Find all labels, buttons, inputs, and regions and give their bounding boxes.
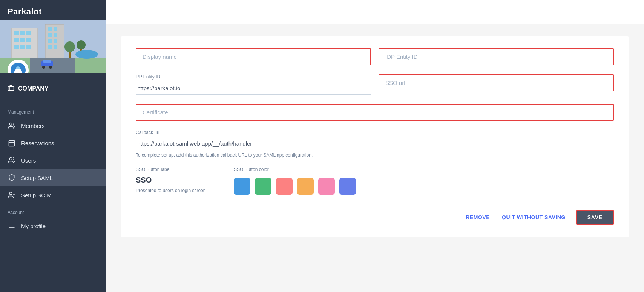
sso-button-label-title: SSO Button label	[136, 167, 211, 172]
sidebar-item-members[interactable]: Members	[0, 117, 106, 134]
svg-rect-4	[14, 31, 19, 35]
callback-hint: To complete set up, add this authorizati…	[136, 152, 614, 158]
color-swatch-blue[interactable]	[234, 178, 250, 195]
svg-rect-5	[20, 31, 25, 35]
svg-rect-12	[26, 45, 31, 49]
sidebar-item-setup-scim[interactable]: Setup SCIM	[0, 186, 106, 204]
sidebar-item-reservations[interactable]: Reservations	[0, 134, 106, 152]
form-card: RP Entity ID https://parkalot.io Callbac…	[121, 36, 629, 237]
sso-url-field	[379, 74, 614, 95]
save-button[interactable]: SAVE	[576, 210, 614, 225]
management-section-label: Management	[0, 103, 106, 117]
sidebar-item-my-profile-label: My profile	[21, 223, 46, 229]
svg-rect-37	[8, 86, 14, 91]
certificate-row	[136, 104, 614, 121]
callback-section: Callback url https://parkalot-saml.web.a…	[136, 130, 614, 158]
sso-label-section: SSO Button label SSO Presented to users …	[136, 167, 211, 193]
certificate-input[interactable]	[136, 104, 614, 121]
svg-rect-8	[20, 38, 25, 42]
sso-section: SSO Button label SSO Presented to users …	[136, 167, 614, 195]
sidebar-item-setup-saml-label: Setup SAML	[21, 175, 53, 181]
callback-url-label: Callback url	[136, 130, 614, 135]
company-sub: -	[17, 94, 98, 99]
svg-point-22	[64, 41, 75, 52]
svg-rect-39	[9, 140, 15, 146]
svg-point-38	[9, 123, 12, 126]
sso-color-section: SSO Button color	[234, 167, 356, 195]
svg-point-29	[49, 66, 52, 69]
svg-point-24	[77, 40, 86, 49]
row-rp-sso: RP Entity ID https://parkalot.io	[136, 74, 614, 95]
svg-rect-15	[54, 27, 57, 31]
rp-entity-id-value: https://parkalot.io	[136, 82, 371, 95]
svg-rect-18	[48, 39, 52, 43]
sso-color-title: SSO Button color	[234, 167, 356, 172]
color-swatch-indigo[interactable]	[339, 178, 356, 195]
svg-rect-6	[26, 31, 31, 35]
svg-point-44	[9, 192, 12, 195]
color-swatch-red[interactable]	[276, 178, 293, 195]
svg-rect-23	[69, 52, 71, 58]
svg-rect-9	[26, 38, 31, 42]
color-swatch-pink[interactable]	[318, 178, 335, 195]
company-icon	[8, 85, 14, 93]
calendar-icon	[8, 139, 16, 147]
sidebar-hero-image	[0, 20, 106, 73]
quit-without-saving-button[interactable]: QUIT WITHOUT SAVING	[500, 211, 567, 224]
sidebar-item-reservations-label: Reservations	[21, 140, 54, 146]
sidebar-item-setup-scim-label: Setup SCIM	[21, 192, 52, 198]
main-content: RP Entity ID https://parkalot.io Callbac…	[106, 0, 644, 292]
svg-rect-20	[48, 45, 52, 49]
svg-rect-27	[43, 60, 51, 63]
sidebar: Parkalot	[0, 0, 106, 292]
sso-url-input[interactable]	[379, 74, 614, 91]
svg-point-43	[9, 158, 12, 160]
shield-icon	[8, 174, 16, 182]
app-title: Parkalot	[0, 0, 106, 20]
scim-icon	[8, 191, 16, 199]
display-name-field	[136, 48, 371, 65]
menu-icon	[8, 222, 16, 230]
svg-rect-19	[54, 39, 57, 43]
users-icon	[8, 156, 16, 164]
svg-rect-16	[48, 33, 52, 37]
svg-rect-14	[48, 27, 52, 31]
callback-url-value: https://parkalot-saml.web.app/__/auth/ha…	[136, 137, 614, 150]
remove-button[interactable]: REMOVE	[464, 211, 491, 224]
account-section-label: Account	[0, 204, 106, 217]
sso-button-label-hint: Presented to users on login screen	[136, 188, 211, 193]
sidebar-item-users-label: Users	[21, 157, 36, 164]
rp-entity-id-label: RP Entity ID	[136, 74, 371, 80]
sidebar-item-members-label: Members	[21, 123, 45, 129]
svg-rect-34	[15, 69, 21, 72]
idp-entity-id-field	[379, 48, 614, 65]
svg-rect-10	[14, 45, 19, 49]
idp-entity-id-input[interactable]	[379, 48, 614, 65]
sidebar-item-setup-saml[interactable]: Setup SAML	[0, 169, 106, 186]
svg-point-30	[75, 50, 98, 59]
svg-rect-21	[54, 45, 57, 49]
color-swatches	[234, 178, 356, 195]
display-name-input[interactable]	[136, 48, 371, 65]
company-name: COMPANY	[8, 85, 98, 93]
sidebar-item-my-profile[interactable]: My profile	[0, 217, 106, 235]
sidebar-item-users[interactable]: Users	[0, 152, 106, 169]
svg-rect-11	[20, 45, 25, 49]
svg-rect-2	[30, 58, 75, 73]
top-bar	[106, 0, 644, 24]
color-swatch-yellow[interactable]	[297, 178, 314, 195]
company-section: COMPANY -	[0, 73, 106, 103]
color-swatch-green[interactable]	[255, 178, 271, 195]
svg-rect-17	[54, 33, 57, 37]
svg-point-28	[42, 66, 45, 69]
footer-actions: REMOVE QUIT WITHOUT SAVING SAVE	[136, 207, 614, 225]
sso-button-label-value: SSO	[136, 174, 211, 186]
rp-entity-id-field: RP Entity ID https://parkalot.io	[136, 74, 371, 95]
content-area: RP Entity ID https://parkalot.io Callbac…	[106, 24, 644, 292]
people-icon	[8, 121, 16, 130]
svg-rect-7	[14, 38, 19, 42]
row-display-idp	[136, 48, 614, 65]
